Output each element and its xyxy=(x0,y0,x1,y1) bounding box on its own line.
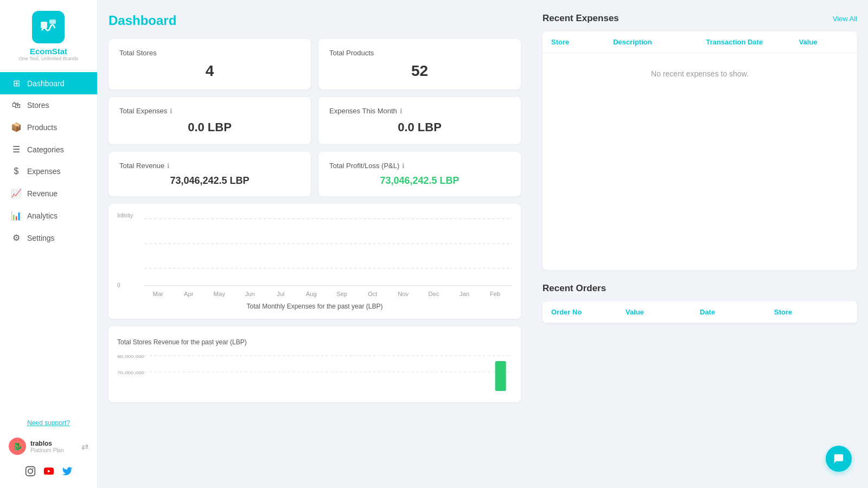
sidebar-item-categories[interactable]: ☰Categories xyxy=(0,138,97,160)
total-expenses-card: Total Expenses ℹ 0.0 LBP xyxy=(108,97,311,144)
sidebar-item-revenue[interactable]: 📈Revenue xyxy=(0,182,97,204)
total-profit-card: Total Profit/Loss (P&L) ℹ 73,046,242.5 L… xyxy=(318,152,521,196)
svg-text:80,000,000: 80,000,000 xyxy=(117,354,144,359)
sidebar-item-label: Analytics xyxy=(27,211,58,220)
nav-list: ⊞Dashboard🛍Stores📦Products☰Categories$Ex… xyxy=(0,72,97,249)
youtube-icon[interactable] xyxy=(43,466,54,479)
total-expenses-info-icon[interactable]: ℹ xyxy=(170,107,173,115)
total-products-card: Total Products 52 xyxy=(318,39,521,89)
stats-row-2: Total Expenses ℹ 0.0 LBP Expenses This M… xyxy=(108,97,521,144)
content-area: Dashboard Total Stores 4 Total Products … xyxy=(98,0,868,488)
orders-table: Order No Value Date Store xyxy=(542,301,857,323)
svg-text:May: May xyxy=(214,291,226,297)
sidebar-item-label: Products xyxy=(27,123,57,132)
svg-text:Dec: Dec xyxy=(429,291,440,297)
total-profit-label: Total Profit/Loss (P&L) ℹ xyxy=(329,162,510,170)
svg-text:Feb: Feb xyxy=(490,291,500,297)
app-name: EcomStat xyxy=(30,47,67,56)
logo-icon xyxy=(32,11,65,43)
expenses-no-data: No recent expenses to show. xyxy=(542,53,857,270)
recent-expenses-header: Recent Expenses View All xyxy=(542,13,857,24)
sidebar-item-label: Revenue xyxy=(27,189,58,198)
expenses-chart-area: Infinity 0 Mar Apr May Jun Jul xyxy=(117,213,512,299)
support-link[interactable]: Need support? xyxy=(27,419,70,427)
recent-expenses-title: Recent Expenses xyxy=(542,13,619,24)
social-icons xyxy=(16,460,81,488)
chat-button[interactable] xyxy=(826,446,852,472)
stats-row-1: Total Stores 4 Total Products 52 xyxy=(108,39,521,89)
right-panel: Recent Expenses View All Store Descripti… xyxy=(532,0,868,488)
user-info: trablos Platinum Plan xyxy=(30,440,77,453)
svg-text:Jun: Jun xyxy=(245,291,255,297)
orders-table-header: Order No Value Date Store xyxy=(542,301,857,323)
categories-icon: ☰ xyxy=(11,144,22,155)
orders-col-value: Value xyxy=(626,308,700,316)
sidebar-item-analytics[interactable]: 📊Analytics xyxy=(0,204,97,227)
total-products-label: Total Products xyxy=(329,49,510,57)
total-profit-info-icon[interactable]: ℹ xyxy=(402,162,405,170)
total-products-value: 52 xyxy=(329,62,510,80)
revenue-chart-svg: 80,000,000 70,000,000 xyxy=(117,350,512,394)
sidebar-item-label: Settings xyxy=(27,234,55,242)
sidebar-item-stores[interactable]: 🛍Stores xyxy=(0,94,97,116)
total-stores-label: Total Stores xyxy=(119,49,300,57)
products-icon: 📦 xyxy=(11,122,22,132)
total-revenue-value: 73,046,242.5 LBP xyxy=(119,175,300,187)
svg-rect-0 xyxy=(41,22,47,28)
chart2-title: Total Stores Revenue for the past year (… xyxy=(117,338,512,346)
expenses-col-desc: Description xyxy=(613,38,706,46)
expenses-month-info-icon[interactable]: ℹ xyxy=(400,107,403,115)
svg-text:Apr: Apr xyxy=(184,291,194,297)
stats-row-3: Total Revenue ℹ 73,046,242.5 LBP Total P… xyxy=(108,152,521,196)
expenses-col-store: Store xyxy=(551,38,613,46)
main-area: Dashboard Total Stores 4 Total Products … xyxy=(98,0,868,488)
recent-orders-header: Recent Orders xyxy=(542,283,857,294)
svg-point-4 xyxy=(32,468,33,469)
recent-orders-section: Recent Orders Order No Value Date Store xyxy=(542,283,857,323)
dashboard-icon: ⊞ xyxy=(11,78,22,88)
avatar: 🐉 xyxy=(9,438,26,455)
sidebar: EcomStat One Tool, Unlimited Brands ⊞Das… xyxy=(0,0,98,488)
chart1-y-bottom: 0 xyxy=(117,282,120,288)
revenue-icon: 📈 xyxy=(11,188,22,198)
sidebar-item-dashboard[interactable]: ⊞Dashboard xyxy=(0,72,97,94)
total-revenue-info-icon[interactable]: ℹ xyxy=(167,162,170,170)
svg-rect-1 xyxy=(49,20,56,24)
expenses-table-header: Store Description Transaction Date Value xyxy=(542,31,857,53)
svg-text:Oct: Oct xyxy=(368,291,378,297)
twitter-icon[interactable] xyxy=(62,466,73,479)
instagram-icon[interactable] xyxy=(25,466,36,479)
total-expenses-label: Total Expenses ℹ xyxy=(119,107,300,115)
total-stores-card: Total Stores 4 xyxy=(108,39,311,89)
expenses-table: Store Description Transaction Date Value… xyxy=(542,31,857,270)
sidebar-item-label: Dashboard xyxy=(27,79,65,88)
svg-text:Aug: Aug xyxy=(306,291,317,297)
svg-text:Jan: Jan xyxy=(459,291,469,297)
orders-col-store: Store xyxy=(774,308,848,316)
svg-text:Nov: Nov xyxy=(398,291,409,297)
revenue-chart-container: Total Stores Revenue for the past year (… xyxy=(108,326,521,402)
expenses-col-date: Transaction Date xyxy=(706,38,799,46)
total-profit-value: 73,046,242.5 LBP xyxy=(329,175,510,187)
sidebar-item-label: Stores xyxy=(27,101,49,110)
recent-expenses-section: Recent Expenses View All Store Descripti… xyxy=(542,13,857,270)
sidebar-item-settings[interactable]: ⚙Settings xyxy=(0,227,97,249)
chart1-title: Total Monthly Expenses for the past year… xyxy=(117,303,512,310)
orders-col-no: Order No xyxy=(551,308,626,316)
user-action-icon[interactable]: ⇄ xyxy=(81,441,88,452)
svg-rect-2 xyxy=(25,467,35,476)
sidebar-item-expenses[interactable]: $Expenses xyxy=(0,160,97,182)
sidebar-item-products[interactable]: 📦Products xyxy=(0,116,97,138)
left-panel: Dashboard Total Stores 4 Total Products … xyxy=(98,0,532,488)
total-revenue-label: Total Revenue ℹ xyxy=(119,162,300,170)
view-all-expenses[interactable]: View All xyxy=(833,15,857,23)
revenue-chart-area: 80,000,000 70,000,000 xyxy=(117,350,512,394)
total-expenses-value: 0.0 LBP xyxy=(119,120,300,134)
expenses-month-card: Expenses This Month ℹ 0.0 LBP xyxy=(318,97,521,144)
svg-rect-26 xyxy=(495,361,506,391)
svg-point-3 xyxy=(28,469,32,473)
expenses-month-value: 0.0 LBP xyxy=(329,120,510,134)
sidebar-item-label: Categories xyxy=(27,145,64,154)
expenses-month-label: Expenses This Month ℹ xyxy=(329,107,510,115)
user-area: 🐉 trablos Platinum Plan ⇄ xyxy=(0,432,97,460)
